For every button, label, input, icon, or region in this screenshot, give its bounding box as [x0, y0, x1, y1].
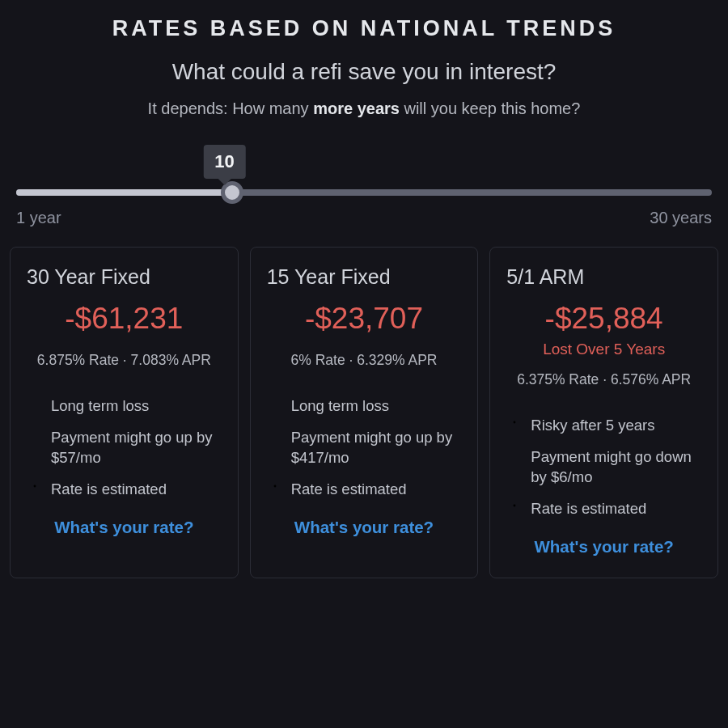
card-bullet: Payment might go down by $6/mo [506, 447, 701, 488]
info-circle-icon [506, 501, 523, 517]
bullet-text: Rate is estimated [291, 480, 462, 500]
bullet-text: Payment might go down by $6/mo [531, 447, 701, 488]
info-circle-icon [27, 481, 43, 497]
slider-max-label: 30 years [650, 209, 712, 227]
subline: It depends: How many more years will you… [10, 99, 718, 118]
slider-tooltip: 10 [203, 145, 245, 179]
card-subamount: Lost Over 5 Years [506, 341, 701, 358]
card-bullet: Rate is estimated [506, 499, 701, 519]
bullet-text: Payment might go up by $57/mo [51, 428, 222, 468]
rate-card: 15 Year Fixed -$23,707 6% Rate · 6.329% … [250, 247, 479, 578]
card-title: 15 Year Fixed [267, 265, 462, 289]
bullet-text: Rate is estimated [531, 499, 701, 519]
card-rate-line: 6.375% Rate · 6.576% APR [506, 371, 701, 388]
info-circle-icon [267, 481, 283, 497]
rate-card: 30 Year Fixed -$61,231 6.875% Rate · 7.0… [10, 247, 239, 578]
card-bullet: Payment might go up by $57/mo [27, 428, 222, 468]
error-circle-icon [267, 398, 283, 414]
card-rate-line: 6% Rate · 6.329% APR [267, 352, 462, 369]
subline-pre: It depends: How many [148, 99, 314, 117]
bullet-text: Long term loss [291, 396, 462, 417]
slider-min-label: 1 year [16, 209, 61, 227]
card-title: 30 Year Fixed [27, 265, 222, 289]
bullet-text: Long term loss [51, 396, 222, 417]
card-amount: -$23,707 [267, 302, 462, 336]
bullet-text: Rate is estimated [51, 480, 222, 500]
subline-post: will you keep this home? [400, 99, 580, 117]
card-title: 5/1 ARM [506, 265, 701, 289]
card-bullet: Rate is estimated [27, 480, 222, 500]
warning-info-icon [506, 417, 523, 434]
card-bullet: Risky after 5 years [506, 416, 701, 436]
card-rate-line: 6.875% Rate · 7.083% APR [27, 352, 222, 369]
rate-cards: 30 Year Fixed -$61,231 6.875% Rate · 7.0… [10, 247, 718, 578]
card-bullets: Risky after 5 years Payment might go dow… [506, 416, 701, 519]
card-bullets: Long term loss Payment might go up by $4… [267, 396, 462, 500]
card-bullet: Long term loss [27, 396, 222, 417]
eyebrow-heading: RATES BASED ON NATIONAL TRENDS [10, 16, 718, 41]
subline-bold: more years [313, 99, 400, 117]
card-amount: -$25,884 [506, 302, 701, 336]
whats-your-rate-link[interactable]: What's your rate? [267, 518, 462, 537]
page-title: What could a refi save you in interest? [10, 59, 718, 85]
whats-your-rate-link[interactable]: What's your rate? [506, 537, 701, 557]
bullet-text: Payment might go up by $417/mo [291, 428, 462, 468]
error-circle-icon [27, 430, 43, 446]
bullet-text: Risky after 5 years [531, 416, 701, 436]
slider-thumb[interactable]: 10 [221, 181, 243, 204]
card-bullet: Long term loss [267, 396, 462, 417]
card-amount: -$61,231 [27, 302, 222, 336]
error-circle-icon [267, 430, 283, 446]
card-bullet: Rate is estimated [267, 480, 462, 500]
years-slider[interactable]: 10 [16, 142, 712, 196]
card-bullet: Payment might go up by $417/mo [267, 428, 462, 468]
checkmark-circle-icon [506, 449, 523, 465]
slider-track: 10 [16, 189, 712, 196]
card-bullets: Long term loss Payment might go up by $5… [27, 396, 222, 500]
error-circle-icon [27, 398, 43, 414]
rate-card: 5/1 ARM -$25,884 Lost Over 5 Years 6.375… [489, 247, 718, 578]
whats-your-rate-link[interactable]: What's your rate? [27, 518, 222, 537]
slider-fill [16, 189, 232, 196]
